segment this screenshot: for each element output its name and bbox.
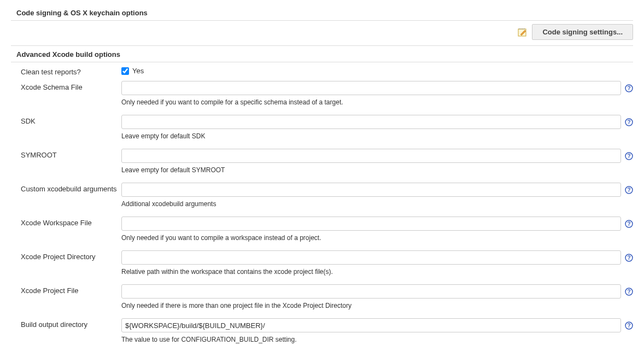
help-icon[interactable]: ? <box>624 185 633 194</box>
input-xcode-schema[interactable] <box>121 81 621 95</box>
svg-text:?: ? <box>627 289 630 295</box>
label-sdk: SDK <box>21 115 121 125</box>
label-build-output: Build output directory <box>21 318 121 329</box>
help-icon[interactable]: ? <box>624 321 633 330</box>
svg-text:?: ? <box>627 187 630 193</box>
help-text-project-dir: Relative path within the workspace that … <box>11 265 633 281</box>
svg-text:?: ? <box>627 255 630 261</box>
help-text-workspace: Only needed if you want to compile a wor… <box>11 231 633 247</box>
row-project-dir: Xcode Project Directory ? <box>11 247 633 265</box>
svg-text:?: ? <box>627 119 630 125</box>
notepad-icon <box>517 27 529 37</box>
help-icon[interactable]: ? <box>624 84 633 92</box>
label-xcode-schema: Xcode Schema File <box>21 81 121 91</box>
svg-text:?: ? <box>627 323 630 329</box>
row-clean-test-reports: Clean test reports? Yes <box>11 62 633 78</box>
input-project-file[interactable] <box>121 284 621 299</box>
help-icon[interactable]: ? <box>624 287 633 296</box>
row-project-file: Xcode Project File ? <box>11 281 633 299</box>
input-build-output[interactable] <box>121 318 621 332</box>
help-text-sdk: Leave empty for default SDK <box>11 129 633 145</box>
label-symroot: SYMROOT <box>21 149 121 159</box>
help-icon[interactable]: ? <box>624 219 633 228</box>
help-icon[interactable]: ? <box>624 118 633 126</box>
row-sdk: SDK ? <box>11 112 633 129</box>
code-signing-settings-button[interactable]: Code signing settings... <box>532 24 633 40</box>
help-text-xcode-schema: Only needed if you want to compile for a… <box>11 95 633 112</box>
row-build-output: Build output directory ? <box>11 315 633 332</box>
label-project-dir: Xcode Project Directory <box>21 250 121 261</box>
input-sdk[interactable] <box>121 115 621 129</box>
checkbox-clean-test-reports[interactable] <box>121 67 129 75</box>
help-text-build-output: The value to use for CONFIGURATION_BUILD… <box>11 332 633 345</box>
label-workspace: Xcode Workspace File <box>21 217 121 227</box>
row-xcode-schema: Xcode Schema File ? <box>11 78 633 95</box>
help-icon[interactable]: ? <box>624 151 633 160</box>
input-workspace[interactable] <box>121 217 621 231</box>
label-clean-test-reports: Clean test reports? <box>21 66 121 76</box>
label-custom-args: Custom xcodebuild arguments <box>21 183 121 193</box>
svg-text:?: ? <box>627 221 630 227</box>
row-workspace: Xcode Workspace File ? <box>11 213 633 231</box>
input-custom-args[interactable] <box>121 183 621 197</box>
input-project-dir[interactable] <box>121 250 621 265</box>
code-signing-toolbar: Code signing settings... <box>11 21 633 46</box>
label-project-file: Xcode Project File <box>21 284 121 295</box>
help-icon[interactable]: ? <box>624 253 633 262</box>
svg-text:?: ? <box>627 153 630 159</box>
section-header-code-signing: Code signing & OS X keychain options <box>11 7 633 21</box>
checkbox-label-clean-test-reports: Yes <box>132 67 144 75</box>
help-text-symroot: Leave empty for default SYMROOT <box>11 163 633 179</box>
section-header-advanced: Advanced Xcode build options <box>11 48 633 62</box>
row-custom-args: Custom xcodebuild arguments ? <box>11 179 633 197</box>
input-symroot[interactable] <box>121 149 621 163</box>
help-text-project-file: Only needed if there is more than one pr… <box>11 299 633 315</box>
svg-text:?: ? <box>627 85 630 91</box>
row-symroot: SYMROOT ? <box>11 145 633 163</box>
help-text-custom-args: Additional xcodebuild arguments <box>11 197 633 213</box>
